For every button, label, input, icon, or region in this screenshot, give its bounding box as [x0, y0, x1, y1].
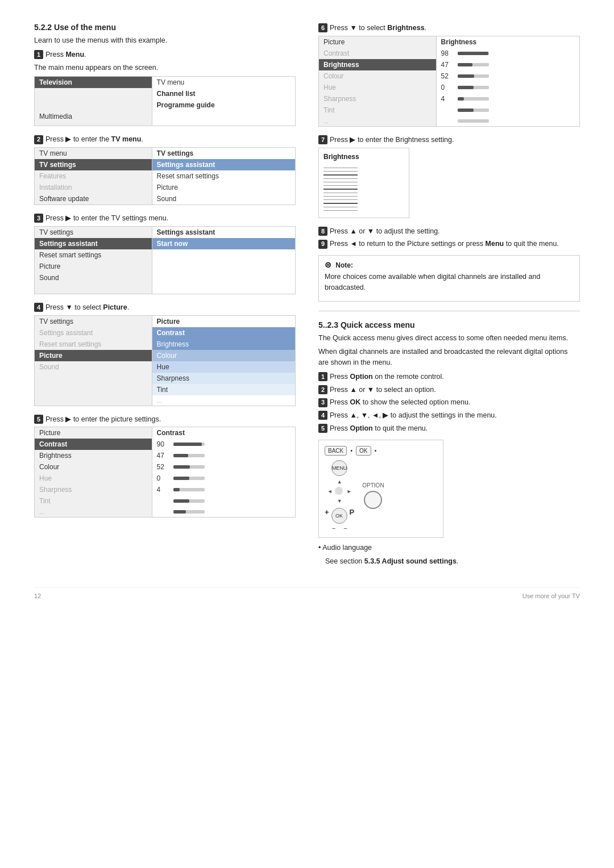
remote-dot2: •: [375, 447, 377, 454]
quick-step-5: 5 Press Option to quit the menu.: [318, 423, 580, 434]
m6-ellipsis-label: ...: [319, 116, 437, 127]
qstep-1-badge: 1: [318, 372, 327, 381]
m5-colour-label: Colour: [35, 461, 152, 473]
remote-top-row: BACK • OK •: [325, 446, 437, 456]
step-5-badge: 5: [34, 415, 43, 424]
m3-empty2: [152, 261, 295, 272]
main-menu-note: The main menu appears on the screen.: [34, 62, 296, 73]
m5-ellipsis-slider: [169, 507, 295, 518]
menu-table-2: TV menu TV settings TV settings Settings…: [34, 147, 296, 205]
m2-picture: Picture: [152, 182, 295, 193]
qstep-4-text: Press ▲, ▼, ◄, ▶ to adjust the settings …: [330, 410, 497, 421]
step-8-text: Press ▲ or ▼ to adjust the setting.: [330, 226, 440, 237]
qstep-2-badge: 2: [318, 385, 327, 394]
m6-colour-label: Colour: [319, 70, 437, 82]
b-tick-line-6: [323, 185, 358, 186]
m2-features: Features: [35, 170, 152, 182]
m5-right-header: Contrast: [152, 427, 295, 439]
m4-empty2: [35, 384, 152, 395]
m5-hue-slider: [169, 473, 295, 484]
footer-right-text: Use more of your TV: [522, 592, 580, 599]
m3-right-header: Settings assistant: [152, 226, 295, 238]
m6-hue-slider: [453, 82, 579, 93]
qstep-2-text: Press ▲ or ▼ to select an option.: [330, 385, 436, 395]
step-4-text: Press ▼ to select Picture.: [45, 302, 129, 313]
step-2-text: Press ▶ to enter the TV menu.: [45, 134, 143, 145]
m5-sharpness-slider: [169, 484, 295, 495]
m3-left-header: TV settings: [35, 226, 152, 238]
note-icon: ⊜: [325, 260, 331, 269]
remote-vol-row: + OK P: [325, 508, 354, 524]
arrow-left: ◄: [325, 487, 334, 496]
qstep-4-badge: 4: [318, 411, 327, 420]
arrow-bl: [325, 496, 334, 506]
arrow-tr: [345, 477, 354, 486]
m6-sharpness-slider: [453, 93, 579, 105]
m3-reset: Reset smart settings: [35, 249, 152, 261]
m4-reset: Reset smart settings: [35, 339, 152, 350]
menu1-right-empty2: [152, 122, 295, 126]
m3-empty1: [152, 249, 295, 261]
m2-reset: Reset smart settings: [152, 170, 295, 182]
arrow-up: ▲: [335, 477, 344, 486]
m5-colour-val: 52: [152, 461, 169, 473]
arrow-br: [345, 496, 354, 506]
step-4-badge: 4: [34, 303, 43, 312]
m5-colour-slider: [169, 461, 295, 473]
b-tick-line-1: [323, 168, 358, 168]
m5-ellipsis-label: ...: [35, 507, 152, 518]
b-tick-line-4: [323, 178, 358, 179]
menu1-left-header: Television: [35, 77, 152, 89]
b-tick-line-8: [323, 193, 358, 193]
m5-brightness-val: 47: [152, 450, 169, 461]
m6-sharpness-val: 4: [436, 93, 453, 105]
step-3-text: Press ▶ to enter the TV settings menu.: [45, 213, 168, 224]
remote-arrow-cross: ▲ ◄ ► ▼: [325, 477, 354, 506]
b-tick-13: [323, 210, 404, 211]
m6-ellipsis-val: [436, 116, 453, 127]
m6-tint-label: Tint: [319, 105, 437, 116]
quick-step-4: 4 Press ▲, ▼, ◄, ▶ to adjust the setting…: [318, 410, 580, 421]
brightness-vertical-box: Brightness: [318, 148, 409, 218]
step-6-badge: 6: [318, 23, 327, 32]
b-tick-2: [323, 171, 404, 172]
m2-sound: Sound: [152, 193, 295, 205]
m4-right-header: Picture: [152, 315, 295, 327]
note-box: ⊜ Note: More choices come available when…: [318, 255, 580, 302]
m6-contrast-val: 98: [436, 48, 453, 59]
remote-option-circle: [364, 491, 382, 509]
m6-hue-label: Hue: [319, 82, 437, 93]
qstep-3-badge: 3: [318, 398, 327, 407]
menu-table-4: TV settings Picture Settings assistant C…: [34, 315, 296, 406]
remote-minus-row: − −: [332, 525, 347, 532]
qstep-3-text: Press OK to show the selected option men…: [330, 397, 470, 408]
step-9-text: Press ◄ to return to the Picture setting…: [330, 239, 559, 249]
m6-contrast-label: Contrast: [319, 48, 437, 59]
m6-hue-val: 0: [436, 82, 453, 93]
m3-empty9: [152, 290, 295, 294]
m5-brightness-slider: [169, 450, 295, 461]
step-8: 8 Press ▲ or ▼ to adjust the setting.: [318, 226, 580, 237]
m6-brightness-slider: [453, 59, 579, 70]
page-number: 12: [34, 592, 41, 599]
b-tick-line-12: [323, 207, 358, 207]
m4-sound: Sound: [35, 361, 152, 373]
m4-ellipsis: ...: [152, 395, 295, 406]
m4-settings-assistant: Settings assistant: [35, 327, 152, 339]
b-tick-line-3: [323, 174, 358, 176]
b-tick-9: [323, 196, 404, 197]
m5-ellipsis-val: [152, 507, 169, 518]
step-3: 3 Press ▶ to enter the TV settings menu.: [34, 213, 296, 224]
menu1-right-prog: Programme guide: [152, 99, 295, 111]
b-tick-11: [323, 203, 404, 204]
m2-left-header: TV menu: [35, 148, 152, 160]
b-tick-line-13: [323, 210, 358, 211]
menu1-left-empty3: [35, 122, 152, 126]
step-4: 4 Press ▼ to select Picture.: [34, 302, 296, 313]
qstep-5-text: Press Option to quit the menu.: [330, 423, 428, 434]
audio-lang-section: • Audio language See section 5.3.5 Adjus…: [318, 542, 580, 567]
m5-contrast-label: Contrast: [35, 439, 152, 450]
m4-brightness: Brightness: [152, 339, 295, 350]
m5-tint-slider: [169, 495, 295, 507]
m2-software: Software update: [35, 193, 152, 205]
